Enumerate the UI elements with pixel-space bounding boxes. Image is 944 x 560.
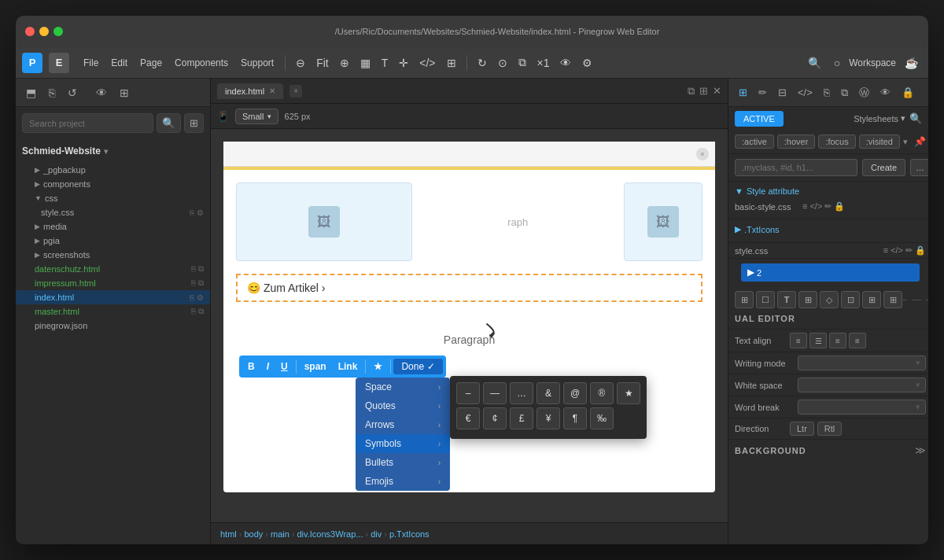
sym-euro[interactable]: € [456,407,480,429]
editor-logo[interactable]: E [49,53,69,73]
pseudo-focus[interactable]: :focus [818,134,855,149]
rtl-button[interactable]: Rtl [817,422,842,436]
expand-icon[interactable]: ⊞ [699,85,708,97]
breadcrumb-p-txticons[interactable]: p.TxtIcons [389,529,430,539]
tree-item-master[interactable]: master.html ⎘ ⧉ [16,304,210,319]
italic-button[interactable]: I [261,359,275,374]
sym-en-dash[interactable]: – [456,382,480,404]
pseudo-active[interactable]: :active [735,134,774,149]
pinegrow-logo[interactable]: P [22,53,42,73]
tree-item-datenschutz[interactable]: datenschutz.html ⎘ ⧉ [16,262,210,276]
close-button[interactable] [25,27,35,36]
span-button[interactable]: span [299,359,332,374]
txticons-header[interactable]: ▶ .TxtIcons [735,224,926,234]
tree-item-pgbackup[interactable]: ▶ _pgbackup [16,163,210,177]
breadcrumb-body[interactable]: body [244,529,263,539]
stylesheets-button[interactable]: Stylesheets ▾ [854,113,905,123]
dropdown-arrows[interactable]: Arrows › [356,415,450,434]
browser-icon[interactable]: ⊙ [494,53,511,72]
pin-button[interactable]: 📌 [914,134,926,149]
sym-em-dash[interactable]: — [483,382,507,404]
done-button[interactable]: Done ✓ [393,359,443,374]
ltr-button[interactable]: Ltr [790,422,814,436]
ve-icon-T[interactable]: T [777,291,796,308]
filter-icon[interactable]: ⊞ [116,84,133,101]
filter-button[interactable]: ⊞ [184,113,204,133]
maximize-button[interactable] [53,27,63,36]
search-panel-button[interactable]: 🔍 [905,110,926,127]
edit-menu[interactable]: Edit [106,54,132,72]
close-preview-button[interactable]: × [696,148,709,160]
zoom-out-icon[interactable]: ⊖ [292,53,309,72]
close-tab-icon[interactable]: ✕ [269,87,275,95]
support-menu[interactable]: Support [236,54,278,72]
ve-icon-6[interactable]: ⊞ [862,291,881,308]
pages-panel-icon[interactable]: ⎘ [820,84,834,101]
sym-registered[interactable]: ® [590,382,614,404]
sym-ellipsis[interactable]: … [510,382,533,404]
tree-item-stylecss[interactable]: style.css ⎘ ⚙ [16,205,210,219]
style-attribute-header[interactable]: ▼ Style attribute [735,186,926,196]
code-icon[interactable]: </> [415,53,439,72]
eye-icon[interactable]: 👁 [556,53,575,72]
search-icon-2[interactable]: ○ [830,53,844,72]
breadcrumb-div[interactable]: div [371,529,382,539]
sym-permille[interactable]: ‰ [590,407,614,429]
wp-icon[interactable]: Ⓦ [855,83,873,102]
search-button[interactable]: 🔍 [157,113,181,133]
tree-item-index[interactable]: index.html ⎘ ⚙ [16,290,210,304]
search-icon[interactable]: 🔍 [804,53,825,72]
active-tab[interactable]: ACTIVE [735,111,784,127]
more-options-button[interactable]: … [910,159,928,176]
bg-expand-button[interactable]: ≫ [915,444,926,456]
dropdown-quotes[interactable]: Quotes › [356,396,450,415]
lock-icon[interactable]: 🔒 [898,84,918,101]
sym-ampersand[interactable]: & [537,382,560,404]
align-left-button[interactable]: ≡ [790,333,807,348]
align-center-button[interactable]: ☰ [809,333,827,348]
breadcrumb-main[interactable]: main [271,529,289,539]
visibility-icon[interactable]: 👁 [92,84,111,101]
pseudo-more-button[interactable]: ▾ [903,134,908,149]
white-space-dropdown[interactable]: ▾ [798,378,926,392]
sym-yen[interactable]: ¥ [537,407,560,429]
layout-icon[interactable]: ⊟ [774,84,791,101]
settings-icon[interactable]: ⚙ [578,53,596,72]
tree-item-components[interactable]: ▶ components [16,177,210,191]
dropdown-bullets[interactable]: Bullets › [356,453,450,472]
file-menu[interactable]: File [79,54,103,72]
tree-item-pinegrow-json[interactable]: pinegrow.json [16,319,210,333]
breadcrumb-html[interactable]: html [220,529,237,539]
ve-icon-3[interactable]: ⊞ [798,291,817,308]
components-panel-icon[interactable]: ⧉ [837,84,852,101]
bold-button[interactable]: B [242,359,260,374]
create-button[interactable]: Create [862,159,905,176]
viewport-selector[interactable]: Small ▾ [235,109,278,124]
tree-item-impressum[interactable]: impressum.html ⎘ ⧉ [16,276,210,290]
dropdown-emojis[interactable]: Emojis › [356,472,450,491]
tree-item-css[interactable]: ▼ css [16,191,210,205]
star-button[interactable]: ★ [368,359,388,374]
selector-input[interactable] [735,159,857,176]
tree-item-media[interactable]: ▶ media [16,219,210,234]
sym-pound[interactable]: £ [510,407,533,429]
ve-icon-7[interactable]: ⊞ [883,291,902,308]
link-button[interactable]: Link [333,359,363,374]
dropdown-symbols[interactable]: Symbols › [356,434,450,453]
window-icon[interactable]: ⧉ [514,53,530,72]
pages-icon[interactable]: ⎘ [45,84,59,101]
tree-item-screenshots[interactable]: ▶ screenshots [16,248,210,262]
add-tab-button[interactable]: + [289,85,302,98]
writing-mode-dropdown[interactable]: ▾ [798,356,926,370]
sliders-icon[interactable]: ⊞ [735,84,751,101]
pen-icon[interactable]: ✏ [754,84,771,101]
refresh-icon[interactable]: ↻ [474,53,491,72]
word-break-dropdown[interactable]: ▾ [798,400,926,414]
pseudo-hover[interactable]: :hover [777,134,816,149]
sym-star[interactable]: ★ [617,382,640,404]
pseudo-visited[interactable]: :visited [859,134,900,149]
breadcrumb-div-icons[interactable]: div.Icons3Wrap... [297,529,363,539]
cursor-icon[interactable]: ✛ [395,53,412,72]
sym-at[interactable]: @ [563,382,587,404]
close-canvas-icon[interactable]: ✕ [713,85,721,97]
